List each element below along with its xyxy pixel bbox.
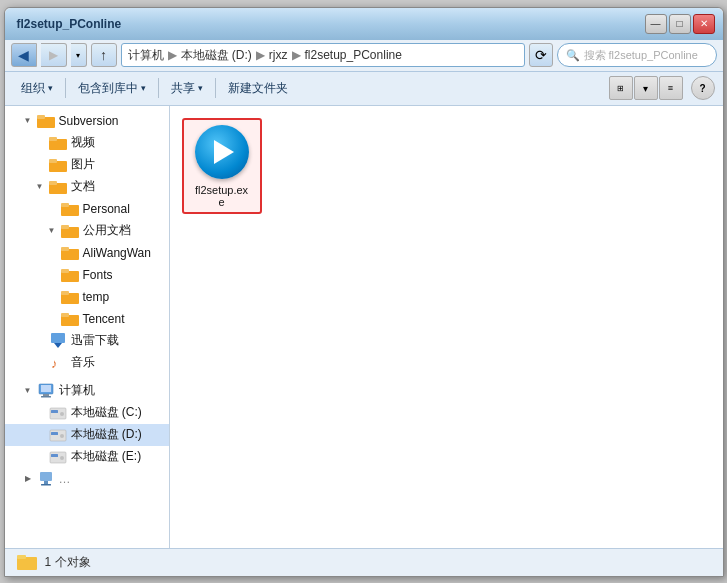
sidebar-item-subversion[interactable]: ▼ Subversion [5, 110, 169, 132]
expand-icon [47, 248, 57, 258]
sidebar-item-personal[interactable]: Personal [5, 198, 169, 220]
folder-icon [49, 136, 67, 150]
download-icon [49, 333, 67, 349]
sidebar-item-computer[interactable]: ▼ 计算机 [5, 380, 169, 402]
svg-rect-34 [51, 454, 58, 457]
sidebar-item-drive-c[interactable]: 本地磁盘 (C:) [5, 402, 169, 424]
svg-point-35 [60, 456, 64, 460]
new-folder-button[interactable]: 新建文件夹 [220, 75, 296, 101]
svg-rect-1 [37, 115, 45, 119]
toolbar-separator-2 [158, 78, 159, 98]
main-area: ▼ Subversion 视频 图片 ▼ 文档 [5, 106, 723, 548]
toolbar: 组织 ▾ 包含到库中 ▾ 共享 ▾ 新建文件夹 ⊞ ▾ ≡ ? [5, 72, 723, 106]
expand-icon [47, 292, 57, 302]
forward-button[interactable]: ▶ [41, 43, 67, 67]
sidebar-label: 文档 [71, 178, 95, 195]
play-triangle [214, 140, 234, 164]
expand-icon [35, 430, 45, 440]
sidebar-item-aliwangwang[interactable]: AliWangWan [5, 242, 169, 264]
sidebar-label: Fonts [83, 268, 113, 282]
minimize-button[interactable]: — [645, 14, 667, 34]
search-box[interactable]: 🔍 搜索 fl2setup_PConline [557, 43, 717, 67]
sidebar-item-fonts[interactable]: Fonts [5, 264, 169, 286]
file-item-fl2setup[interactable]: fl2setup.exe [182, 118, 262, 214]
nav-dropdown[interactable]: ▾ [71, 43, 87, 67]
search-placeholder: 搜索 fl2setup_PConline [584, 48, 698, 63]
svg-rect-7 [49, 181, 57, 185]
view-toggle-button[interactable]: ⊞ [609, 76, 633, 100]
sidebar-label: 公用文档 [83, 222, 131, 239]
svg-rect-36 [40, 472, 52, 481]
svg-rect-40 [17, 555, 26, 559]
svg-point-32 [60, 434, 64, 438]
sidebar-label: 本地磁盘 (C:) [71, 404, 142, 421]
svg-marker-21 [54, 343, 62, 348]
sidebar-item-tencent[interactable]: Tencent [5, 308, 169, 330]
expand-icon: ▼ [23, 386, 33, 396]
sidebar-label: temp [83, 290, 110, 304]
svg-rect-15 [61, 269, 69, 273]
sidebar-item-pictures[interactable]: 图片 [5, 154, 169, 176]
expand-icon [35, 336, 45, 346]
expand-icon: ▼ [23, 116, 33, 126]
sidebar[interactable]: ▼ Subversion 视频 图片 ▼ 文档 [5, 106, 170, 548]
details-toggle-button[interactable]: ≡ [659, 76, 683, 100]
svg-rect-37 [44, 481, 48, 484]
music-icon: ♪ [49, 355, 67, 371]
file-icon [194, 124, 250, 180]
svg-rect-25 [43, 394, 49, 396]
svg-rect-5 [49, 159, 57, 163]
folder-icon [49, 158, 67, 172]
svg-rect-9 [61, 203, 69, 207]
svg-rect-11 [61, 225, 69, 229]
sidebar-label: 迅雷下载 [71, 332, 119, 349]
expand-icon [47, 314, 57, 324]
network-icon [37, 471, 55, 487]
sidebar-item-drive-e[interactable]: 本地磁盘 (E:) [5, 446, 169, 468]
sidebar-item-drive-d[interactable]: 本地磁盘 (D:) [5, 424, 169, 446]
drive-icon [49, 405, 67, 421]
include-lib-button[interactable]: 包含到库中 ▾ [70, 75, 154, 101]
svg-rect-38 [41, 484, 51, 486]
content-area[interactable]: fl2setup.exe [170, 106, 723, 548]
svg-rect-19 [61, 313, 69, 317]
close-button[interactable]: ✕ [693, 14, 715, 34]
sidebar-item-music[interactable]: ♪ 音乐 [5, 352, 169, 374]
folder-icon [61, 268, 79, 282]
up-button[interactable]: ↑ [91, 43, 117, 67]
back-button[interactable]: ◀ [11, 43, 37, 67]
file-label: fl2setup.exe [195, 184, 248, 208]
expand-icon [35, 452, 45, 462]
sidebar-item-public-docs[interactable]: ▼ 公用文档 [5, 220, 169, 242]
path-segment: 计算机 ▶ 本地磁盘 (D:) ▶ rjxz ▶ fl2setup_PConli… [128, 47, 402, 64]
folder-icon [61, 312, 79, 326]
folder-icon [49, 180, 67, 194]
sidebar-item-xunlei[interactable]: 迅雷下载 [5, 330, 169, 352]
expand-icon: ▼ [35, 182, 45, 192]
refresh-button[interactable]: ⟳ [529, 43, 553, 67]
toolbar-separator [65, 78, 66, 98]
expand-icon [47, 204, 57, 214]
sidebar-item-network[interactable]: ▶ … [5, 468, 169, 490]
drive-icon [49, 449, 67, 465]
sidebar-label: 本地磁盘 (D:) [71, 426, 142, 443]
sidebar-item-temp[interactable]: temp [5, 286, 169, 308]
share-button[interactable]: 共享 ▾ [163, 75, 211, 101]
folder-icon [61, 246, 79, 260]
expand-icon [47, 270, 57, 280]
folder-icon [37, 114, 55, 128]
help-button[interactable]: ? [691, 76, 715, 100]
sidebar-item-documents[interactable]: ▼ 文档 [5, 176, 169, 198]
title-bar: fl2setup_PConline — □ ✕ [5, 8, 723, 40]
maximize-button[interactable]: □ [669, 14, 691, 34]
sidebar-item-video[interactable]: 视频 [5, 132, 169, 154]
svg-text:♪: ♪ [51, 356, 58, 371]
view-dropdown-button[interactable]: ▾ [634, 76, 658, 100]
address-path[interactable]: 计算机 ▶ 本地磁盘 (D:) ▶ rjxz ▶ fl2setup_PConli… [121, 43, 525, 67]
sidebar-label: AliWangWan [83, 246, 151, 260]
organize-button[interactable]: 组织 ▾ [13, 75, 61, 101]
drive-icon [49, 427, 67, 443]
folder-icon [61, 290, 79, 304]
sidebar-label: … [59, 472, 71, 486]
sidebar-label: Personal [83, 202, 130, 216]
